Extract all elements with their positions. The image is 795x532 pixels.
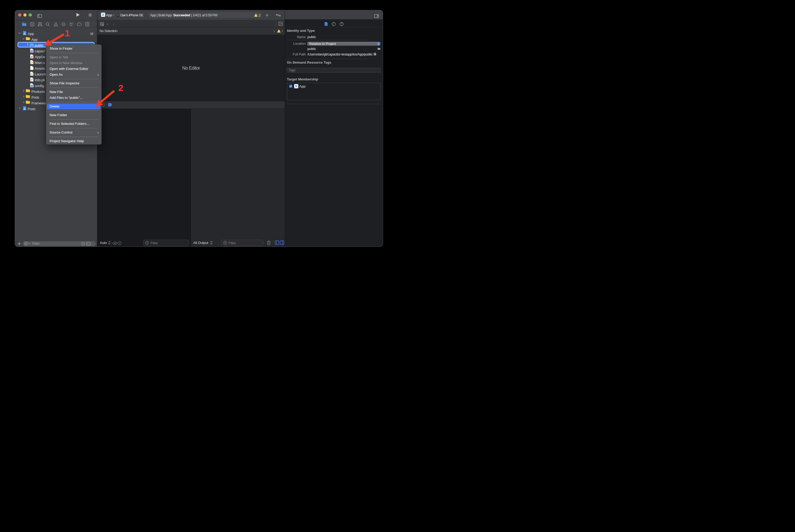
svg-text:1: 1 bbox=[65, 28, 70, 38]
svg-text:2: 2 bbox=[119, 83, 123, 93]
